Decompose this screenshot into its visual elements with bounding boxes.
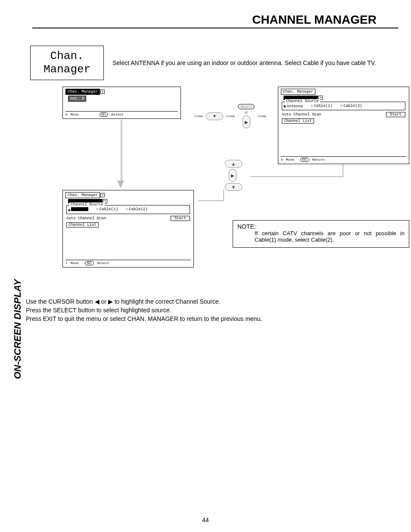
osd-panel-2: Chan. Manager Channel Source Antenna Cab…	[278, 87, 409, 164]
fieldset-label: Channel Source	[285, 99, 320, 103]
instruction-line-3: Press EXIT to quit the menu or select CH…	[26, 315, 411, 324]
radio-antenna	[283, 104, 286, 109]
move-icon	[281, 158, 284, 162]
chevron-down-icon	[100, 90, 105, 94]
footer-select: Select	[111, 112, 124, 116]
or-label: or	[245, 110, 248, 115]
flow-connector	[198, 200, 224, 201]
topic-box-line2: Manager	[44, 63, 90, 76]
flow-diagram: Chan. Manager Ant. B Move SEL Select SEL…	[30, 87, 411, 276]
nav-vertical	[220, 160, 247, 191]
instruction-line-2: Press the SELECT button to select highli…	[26, 306, 411, 315]
sel-button-icon: SEL	[85, 261, 94, 265]
flow-connector	[223, 190, 224, 201]
auto-scan-label: Auto Channel Scan	[282, 112, 321, 117]
note-title: NOTE:	[237, 223, 405, 230]
option-cable2: Cable(2)	[129, 207, 147, 212]
option-antenna-hi	[71, 207, 88, 211]
note-box: NOTE: If certain CATV channels are poor …	[233, 220, 409, 248]
sel-button-icon: SEL	[300, 158, 309, 162]
start-button: Start	[386, 112, 405, 117]
crumb-chan-manager: Chan. Manager	[65, 89, 100, 95]
osd-panel-1: Chan. Manager Ant. B Move SEL Select	[62, 87, 181, 119]
radio-selected	[68, 208, 70, 212]
crumb-chan-manager: Chan. Manager	[65, 192, 100, 198]
radio-cable1	[96, 207, 98, 212]
note-text: If certain CATV channels are poor or not…	[237, 230, 405, 243]
footer-move: Move	[71, 261, 79, 265]
flow-connector	[250, 176, 343, 177]
channel-source-group: Channel Source Antenna Cable(1) Cable(2)	[282, 102, 405, 110]
channel-list-button: Channel List	[66, 222, 99, 227]
topic-row: Chan. Manager Select ANTENNA if you are …	[30, 46, 411, 80]
option-cable2: Cable(2)	[343, 104, 362, 108]
footer-select: Select	[97, 261, 109, 265]
sel-button-icon: SEL	[100, 112, 109, 117]
instruction-line-1: Use the CURSOR button ◀ or ▶ to highligh…	[26, 298, 411, 306]
move-icon: ✦	[65, 261, 68, 265]
fieldset-label: Channel Source	[69, 202, 105, 207]
topic-box-line1: Chan.	[50, 50, 84, 62]
topic-box: Chan. Manager	[30, 46, 104, 80]
menu-item-antb: Ant. B	[68, 96, 86, 102]
instructions: Use the CURSOR button ◀ or ▶ to highligh…	[26, 298, 411, 323]
select-button-icon: SELECT	[238, 104, 255, 109]
auto-scan-label: Auto Channel Scan	[66, 216, 106, 221]
footer-return: Return	[312, 158, 325, 162]
page-number: 44	[0, 516, 411, 523]
radio-cable1	[311, 104, 313, 108]
osd-panel-3: Chan. Manager Channel Source Cable(1) Ca…	[62, 190, 194, 268]
side-tab-label: ON-SCREEN DISPLAY	[12, 279, 23, 379]
arrow-down-icon	[117, 180, 124, 188]
radio-cable2	[340, 104, 342, 108]
page-title: CHANNEL MANAGER	[32, 0, 398, 28]
cursor-right-icon	[229, 169, 237, 182]
start-button: Start	[171, 216, 190, 221]
cursor-down-icon	[206, 112, 223, 120]
cursor-down-icon	[225, 183, 242, 191]
option-cable1: Cable(1)	[314, 104, 333, 108]
channel-list-button: Channel List	[282, 118, 314, 124]
channel-source-group: Channel Source Cable(1) Cable(2)	[66, 205, 190, 214]
flow-connector	[121, 120, 122, 183]
radio-cable2	[126, 207, 128, 212]
option-cable1: Cable(1)	[100, 207, 118, 212]
cursor-right-icon	[243, 115, 250, 128]
cursor-up-icon	[225, 160, 242, 168]
nav-right-1: SELECT or	[194, 104, 267, 128]
move-icon	[65, 112, 68, 116]
option-antenna: Antenna	[286, 104, 303, 109]
footer-move: Move	[286, 158, 294, 162]
chevron-down-icon	[100, 193, 105, 197]
flow-connector	[342, 164, 343, 177]
crumb-chan-manager: Chan. Manager	[281, 89, 315, 95]
topic-description: Select ANTENNA if you are using an indoo…	[112, 59, 393, 66]
footer-move: Move	[71, 112, 79, 116]
